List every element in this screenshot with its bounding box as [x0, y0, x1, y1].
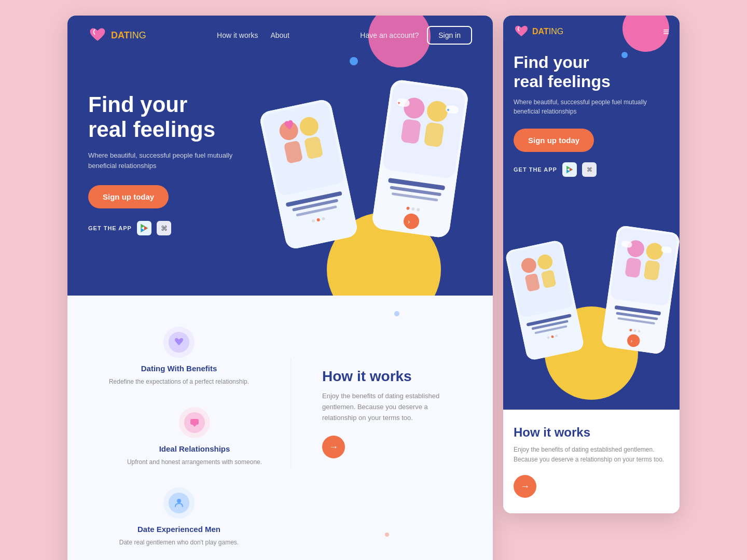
svg-text:⌘: ⌘	[161, 225, 168, 232]
svg-rect-60	[610, 227, 678, 306]
feature-icon-heart	[169, 332, 189, 353]
nav-about[interactable]: About	[270, 31, 289, 39]
hero-text: Find your real feelings Where beautiful,…	[88, 92, 254, 236]
hamburger-menu[interactable]: ≡	[663, 26, 669, 38]
how-desc: Enjoy the benefits of dating established…	[322, 391, 451, 423]
google-play-badge[interactable]	[137, 221, 151, 235]
svg-point-39	[177, 499, 181, 503]
logo: DATING	[88, 26, 146, 45]
logo-icon	[88, 26, 107, 45]
play-store-icon	[140, 224, 148, 232]
mobile-hero-section: DATING ≡ Find your real feelings Where b…	[503, 16, 680, 410]
nav-links: How it works About	[217, 31, 289, 39]
svg-text:⌘: ⌘	[587, 166, 592, 173]
mobile-view: DATING ≡ Find your real feelings Where b…	[503, 16, 680, 513]
feature-title-3: Date Experienced Men	[88, 525, 270, 534]
navbar: DATING How it works About Have an accoun…	[67, 16, 493, 55]
feature-ideal-relationships: Ideal Relationships Upfront and honest a…	[119, 407, 270, 467]
mobile-hero-content: Find your real feelings Where beautiful,…	[503, 48, 680, 198]
feature-icon-wrap-2	[179, 407, 210, 438]
have-account-text: Have an account?	[360, 31, 419, 39]
feature-icon-person	[169, 493, 189, 513]
feature-desc-2: Upfront and honest arrangements with som…	[119, 457, 270, 467]
mobile-how-desc: Enjoy the benefits of dating established…	[514, 445, 669, 465]
mobile-how-section: How it works Enjoy the benefits of datin…	[503, 410, 680, 513]
mobile-logo-icon	[514, 24, 529, 39]
mobile-apple-icon: ⌘	[586, 166, 593, 173]
how-it-works-content: How it works Enjoy the benefits of datin…	[290, 358, 472, 469]
svg-text:★: ★	[446, 107, 450, 113]
desktop-view: DATING How it works About Have an accoun…	[67, 16, 493, 560]
how-arrow-button[interactable]: →	[322, 436, 345, 458]
mobile-phones: ›	[503, 198, 680, 374]
mobile-google-play-badge[interactable]	[562, 162, 577, 177]
mobile-app-store-badge[interactable]: ⌘	[582, 162, 597, 177]
get-app-label: GET THE APP	[88, 225, 132, 231]
feature-date-experienced: Date Experienced Men Date real gentlemen…	[88, 487, 270, 547]
mobile-play-icon	[566, 166, 573, 173]
mobile-hero-subtitle: Where beautiful, successful people fuel …	[514, 97, 669, 116]
how-title: How it works	[322, 368, 451, 385]
feature-icon-wrap-1	[163, 327, 195, 358]
mobile-phone-back	[503, 237, 587, 363]
phone-back	[256, 95, 362, 253]
svg-rect-62	[625, 257, 641, 278]
feature-title-2: Ideal Relationships	[119, 444, 270, 453]
app-store-badge[interactable]: ⌘	[157, 221, 171, 235]
feat-deco-dot-2	[385, 533, 389, 537]
features-list: Dating With Benefits Redefine the expect…	[88, 327, 270, 547]
phone-front: ♥ ★ ›	[368, 76, 472, 241]
mobile-how-title: How it works	[514, 425, 669, 440]
hero-subtitle: Where beautiful, successful people fuel …	[88, 150, 254, 171]
svg-rect-64	[643, 260, 660, 281]
svg-marker-38	[192, 425, 197, 427]
hero-phones: ♥ ★ ›	[254, 65, 472, 262]
nav-right: Have an account? Sign in	[360, 26, 472, 45]
mobile-logo: DATING	[514, 24, 563, 39]
hero-content: Find your real feelings Where beautiful,…	[67, 55, 493, 283]
hero-title: Find your real feelings	[88, 92, 254, 143]
mobile-signup-button[interactable]: Sign up today	[514, 129, 594, 152]
svg-rect-37	[190, 419, 199, 425]
sign-in-button[interactable]: Sign in	[427, 26, 472, 45]
get-app-section: GET THE APP ⌘	[88, 221, 254, 235]
mobile-hero-title: Find your real feelings	[514, 53, 669, 91]
mobile-get-app-label: GET THE APP	[514, 166, 557, 173]
feature-icon-wrap-3	[163, 487, 195, 519]
logo-text: DATING	[111, 30, 146, 41]
nav-how-it-works[interactable]: How it works	[217, 31, 258, 39]
mobile-how-arrow-button[interactable]: →	[514, 475, 536, 498]
signup-button[interactable]: Sign up today	[88, 185, 169, 208]
how-it-works-section: How it works Enjoy the benefits of datin…	[290, 327, 472, 469]
feature-desc-1: Redefine the expectations of a perfect r…	[88, 377, 270, 386]
hero-section: DATING How it works About Have an accoun…	[67, 16, 493, 296]
mobile-logo-text: DATING	[532, 27, 563, 36]
feature-title-1: Dating With Benefits	[88, 364, 270, 373]
features-grid: Dating With Benefits Redefine the expect…	[88, 327, 472, 547]
mobile-phone-front: ›	[599, 222, 680, 357]
app-store-icon: ⌘	[160, 224, 168, 232]
feat-deco-dot-1	[394, 311, 399, 316]
mobile-navbar: DATING ≡	[503, 16, 680, 48]
mobile-get-app: GET THE APP ⌘	[514, 162, 669, 177]
svg-rect-22	[400, 119, 421, 144]
feature-desc-3: Date real gentlemen who don't play games…	[88, 538, 270, 547]
svg-rect-20	[382, 82, 466, 179]
features-section: Dating With Benefits Redefine the expect…	[67, 296, 493, 560]
feature-dating-benefits: Dating With Benefits Redefine the expect…	[88, 327, 270, 386]
feature-icon-message	[184, 412, 205, 433]
svg-rect-24	[424, 122, 445, 147]
